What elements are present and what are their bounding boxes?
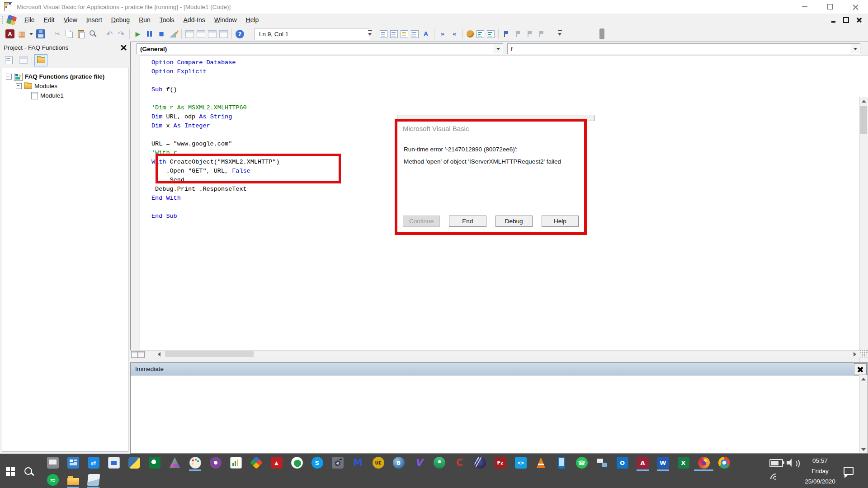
skype-taskbar-button[interactable]: S — [307, 455, 327, 471]
menu-add-ins[interactable]: Add-Ins — [179, 14, 210, 26]
insert-userform-icon[interactable]: ▦ — [17, 29, 26, 38]
save-icon[interactable] — [36, 29, 45, 38]
window-app-taskbar-button[interactable] — [104, 455, 124, 471]
mdi-restore-button[interactable] — [843, 17, 849, 23]
reset-icon[interactable]: ■ — [157, 29, 166, 38]
copy-icon[interactable] — [65, 29, 74, 38]
tree-item-project[interactable]: FAQ Functions (pratice file) — [2, 72, 128, 81]
dialog-continue-button[interactable]: Continue — [403, 216, 440, 227]
menu-edit[interactable]: Edit — [39, 14, 59, 26]
view-microsoft-access-icon[interactable]: A — [5, 29, 14, 38]
report-tool-taskbar-button[interactable] — [226, 455, 246, 471]
ccleaner-taskbar-button[interactable]: C — [449, 455, 470, 471]
help-icon[interactable]: ? — [236, 30, 244, 38]
object-browser-icon[interactable] — [208, 30, 217, 38]
clear-bookmarks-icon[interactable] — [538, 29, 547, 38]
filezilla-taskbar-button[interactable]: Fz — [490, 455, 510, 471]
restore-button[interactable] — [817, 0, 843, 14]
menu-run[interactable]: Run — [134, 14, 155, 26]
previous-bookmark-icon[interactable] — [526, 29, 535, 38]
tree-item-module1[interactable]: Module1 — [2, 91, 128, 100]
menu-tools[interactable]: Tools — [155, 14, 179, 26]
scrollbar-thumb[interactable] — [860, 106, 867, 134]
taskbar-clock[interactable]: 05:57 Friday 25/09/2020 — [794, 455, 846, 487]
start-button[interactable] — [5, 465, 16, 477]
tor-taskbar-button[interactable] — [205, 455, 226, 471]
design-mode-icon[interactable] — [169, 29, 178, 38]
ultraedit-taskbar-button[interactable]: UE — [368, 455, 388, 471]
malwarebytes-taskbar-button[interactable]: M — [348, 455, 368, 471]
toggle-breakpoint-icon[interactable] — [467, 30, 474, 38]
undo-icon[interactable]: ↶ — [105, 29, 114, 38]
cut-icon[interactable]: ✂ — [53, 29, 62, 38]
view-code-button[interactable] — [3, 55, 15, 66]
list-properties-icon[interactable] — [380, 30, 387, 38]
project-explorer-icon[interactable] — [185, 30, 194, 38]
scroll-down-icon[interactable] — [859, 446, 868, 453]
excel-taskbar-button[interactable]: X — [673, 455, 693, 471]
toolbox-icon[interactable] — [219, 30, 228, 38]
eclipse-taskbar-button[interactable] — [470, 455, 490, 471]
file-explorer-taskbar-button[interactable] — [63, 472, 83, 488]
split-view-button[interactable] — [131, 351, 138, 358]
uncomment-block-icon[interactable] — [487, 30, 495, 38]
collapse-icon[interactable] — [16, 83, 22, 89]
complete-word-icon[interactable]: A — [421, 29, 430, 38]
tree-item-modules[interactable]: Modules — [2, 81, 128, 91]
paint3d-taskbar-button[interactable] — [165, 455, 185, 471]
dialog-help-button[interactable]: Help — [542, 216, 579, 227]
mdi-close-button[interactable] — [857, 18, 862, 23]
code-margin-bar[interactable] — [131, 56, 140, 350]
menu-help[interactable]: Help — [241, 14, 264, 26]
insert-userform-caret-icon[interactable] — [29, 29, 33, 38]
scroll-up-icon[interactable] — [859, 375, 868, 383]
menu-file[interactable]: File — [20, 14, 39, 26]
menubar-grip[interactable] — [2, 16, 3, 24]
access-taskbar-button[interactable]: A — [632, 455, 653, 471]
break-icon[interactable] — [145, 29, 154, 38]
resize-grip[interactable] — [860, 350, 868, 357]
screen-share-taskbar-button[interactable] — [42, 455, 63, 471]
edit-toolbar-overflow-icon[interactable] — [557, 29, 563, 38]
immediate-header[interactable]: Immediate — [131, 363, 868, 375]
toolbar-docking-handle[interactable] — [599, 28, 604, 39]
ms-office-taskbar-button[interactable] — [246, 455, 266, 471]
scroll-right-icon[interactable] — [851, 351, 859, 357]
remote-desktop-taskbar-button[interactable] — [592, 455, 612, 471]
outlook-taskbar-button[interactable]: O — [612, 455, 632, 471]
vertical-scrollbar[interactable] — [859, 97, 868, 392]
action-center-button[interactable] — [844, 467, 854, 475]
immediate-close-button[interactable] — [854, 363, 867, 375]
scrollbar-thumb[interactable] — [165, 351, 254, 357]
mdi-minimize-button[interactable] — [831, 21, 835, 23]
menu-insert[interactable]: Insert — [82, 14, 107, 26]
globe-8-taskbar-button[interactable]: 8 — [388, 455, 409, 471]
vlc-taskbar-button[interactable] — [531, 455, 551, 471]
list-constants-icon[interactable] — [390, 30, 398, 38]
parameter-info-icon[interactable] — [411, 30, 419, 38]
next-bookmark-icon[interactable] — [514, 29, 523, 38]
acrobat-taskbar-button[interactable]: ▲ — [266, 455, 287, 471]
evernote-taskbar-button[interactable] — [287, 455, 307, 471]
teamviewer-taskbar-button[interactable]: ⇄ — [83, 455, 104, 471]
outdent-icon[interactable]: « — [450, 29, 459, 38]
indent-icon[interactable]: » — [438, 29, 447, 38]
pc-settings-taskbar-button[interactable] — [63, 455, 83, 471]
horizontal-scrollbar[interactable] — [130, 350, 860, 357]
chrome-taskbar-button[interactable] — [714, 455, 734, 471]
toggle-bookmark-icon[interactable] — [502, 29, 511, 38]
dialog-debug-button[interactable]: Debug — [495, 216, 533, 227]
close-button[interactable] — [843, 0, 868, 14]
paint-taskbar-button[interactable] — [185, 455, 205, 471]
project-panel-close-button[interactable] — [118, 42, 128, 52]
taskbar-search-button[interactable] — [24, 466, 35, 478]
wifi-icon[interactable] — [770, 474, 780, 482]
immediate-scrollbar[interactable] — [859, 375, 868, 453]
redo-icon[interactable]: ↷ — [117, 29, 126, 38]
split-view-button[interactable] — [138, 351, 145, 358]
object-dropdown[interactable]: (General) — [137, 43, 503, 54]
dialog-end-button[interactable]: End — [449, 216, 486, 227]
chevron-down-icon[interactable] — [494, 44, 502, 53]
vscode-taskbar-button[interactable]: <> — [510, 455, 531, 471]
whatsapp-taskbar-button[interactable]: ☎ — [571, 455, 592, 471]
